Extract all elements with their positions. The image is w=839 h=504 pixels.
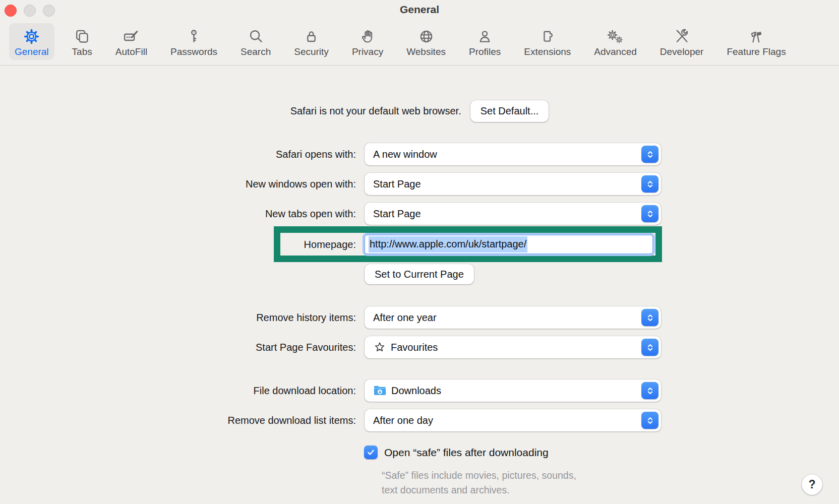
- safari-settings-window: General General Tabs: [0, 0, 839, 504]
- tab-feature-flags[interactable]: Feature Flags: [721, 23, 791, 60]
- checkmark-icon: [366, 448, 376, 457]
- tab-passwords[interactable]: Passwords: [165, 23, 223, 60]
- stepper-icon: [641, 339, 658, 356]
- selected-value: Start Page: [373, 208, 421, 220]
- remove-download-list-items-row: Remove download list items: After one da…: [0, 409, 661, 431]
- stepper-icon: [641, 146, 658, 163]
- general-pane: Safari is not your default web browser. …: [0, 75, 839, 504]
- setting-label: New windows open with:: [0, 178, 365, 190]
- tab-label: Passwords: [170, 46, 217, 57]
- setting-label: Remove history items:: [0, 312, 365, 324]
- setting-label: Safari opens with:: [0, 149, 365, 160]
- setting-label: Homepage:: [0, 239, 365, 250]
- selected-url-text: http://www.apple.com/uk/startpage/: [369, 236, 527, 253]
- default-browser-row: Safari is not your default web browser. …: [0, 100, 839, 122]
- tab-developer[interactable]: Developer: [654, 23, 709, 60]
- window-title: General: [0, 4, 839, 16]
- tab-tabs[interactable]: Tabs: [67, 23, 98, 60]
- open-safe-files-checkbox[interactable]: [364, 446, 378, 459]
- magnifier-icon: [248, 27, 264, 45]
- new-windows-open-with-select[interactable]: Start Page: [365, 173, 661, 195]
- lock-icon: [303, 27, 320, 45]
- description-line: “Safe” files include movies, pictures, s…: [382, 468, 576, 483]
- selected-value: After one day: [373, 415, 433, 426]
- setting-label: File download location:: [0, 385, 365, 397]
- file-download-location-row: File download location: Downloads: [0, 380, 661, 402]
- stepper-icon: [641, 382, 658, 399]
- stepper-icon: [641, 205, 658, 222]
- tab-label: Websites: [406, 46, 446, 57]
- tab-label: Developer: [660, 46, 704, 57]
- description-line: text documents and archives.: [382, 483, 576, 497]
- selected-value: Downloads: [391, 385, 441, 397]
- new-tabs-open-with-row: New tabs open with: Start Page: [0, 203, 661, 225]
- remove-download-list-items-select[interactable]: After one day: [365, 409, 661, 431]
- start-page-favourites-select[interactable]: Favourites: [365, 336, 661, 358]
- selected-value: Favourites: [391, 342, 438, 353]
- gear-icon: [23, 27, 40, 45]
- remove-history-items-row: Remove history items: After one year: [0, 306, 661, 329]
- star-icon: [373, 341, 386, 354]
- tab-label: Security: [294, 46, 329, 57]
- tab-autofill[interactable]: AutoFill: [110, 23, 153, 60]
- tab-label: General: [15, 46, 49, 57]
- start-page-favourites-row: Start Page Favourites: Favourites: [0, 336, 661, 358]
- tab-label: Feature Flags: [727, 46, 786, 57]
- titlebar: General: [0, 0, 839, 21]
- downloads-folder-icon: [373, 385, 387, 396]
- flags-icon: [747, 27, 765, 45]
- selected-value: After one year: [373, 312, 437, 324]
- tools-icon: [674, 27, 690, 45]
- puzzle-icon: [539, 27, 556, 45]
- set-to-current-page-button[interactable]: Set to Current Page: [365, 264, 474, 284]
- stepper-icon: [641, 309, 658, 326]
- homepage-input[interactable]: http://www.apple.com/uk/startpage/: [365, 235, 653, 254]
- new-windows-open-with-row: New windows open with: Start Page: [0, 173, 661, 195]
- tab-search[interactable]: Search: [235, 23, 276, 60]
- remove-history-items-select[interactable]: After one year: [365, 306, 661, 329]
- globe-icon: [418, 27, 435, 45]
- default-browser-status: Safari is not your default web browser.: [290, 105, 461, 117]
- tab-security[interactable]: Security: [288, 23, 334, 60]
- tab-websites[interactable]: Websites: [401, 23, 451, 60]
- tab-profiles[interactable]: Profiles: [463, 23, 506, 60]
- new-tabs-open-with-select[interactable]: Start Page: [365, 203, 661, 225]
- tab-general[interactable]: General: [9, 23, 54, 60]
- stepper-icon: [641, 412, 658, 429]
- tab-privacy[interactable]: Privacy: [346, 23, 389, 60]
- safari-opens-with-row: Safari opens with: A new window: [0, 143, 661, 165]
- tab-advanced[interactable]: Advanced: [588, 23, 642, 60]
- homepage-row: Homepage: http://www.apple.com/uk/startp…: [0, 235, 653, 254]
- stepper-icon: [641, 175, 658, 193]
- tab-label: AutoFill: [115, 46, 147, 57]
- open-safe-files-label: Open “safe” files after downloading: [384, 447, 549, 459]
- tab-label: Profiles: [469, 46, 501, 57]
- settings-toolbar: General Tabs: [0, 21, 839, 66]
- open-safe-files-row: Open “safe” files after downloading: [364, 446, 549, 459]
- hand-icon: [359, 27, 376, 45]
- tab-label: Tabs: [72, 46, 92, 57]
- selected-value: Start Page: [373, 178, 421, 190]
- tab-label: Search: [241, 46, 271, 57]
- gears-icon: [607, 27, 625, 45]
- setting-label: Remove download list items:: [0, 415, 365, 426]
- safari-opens-with-select[interactable]: A new window: [365, 143, 661, 165]
- person-icon: [476, 27, 493, 45]
- tab-extensions[interactable]: Extensions: [518, 23, 576, 60]
- key-icon: [186, 27, 202, 45]
- tab-label: Advanced: [594, 46, 637, 57]
- help-button[interactable]: ?: [802, 474, 822, 495]
- selected-value: A new window: [373, 149, 437, 160]
- setting-label: New tabs open with:: [0, 208, 365, 220]
- set-default-button[interactable]: Set Default...: [470, 100, 549, 122]
- tab-label: Extensions: [524, 46, 571, 57]
- autofill-icon: [123, 27, 140, 45]
- file-download-location-select[interactable]: Downloads: [365, 380, 661, 402]
- safe-files-description: “Safe” files include movies, pictures, s…: [382, 468, 576, 497]
- setting-label: Start Page Favourites:: [0, 342, 365, 353]
- tabs-icon: [74, 27, 90, 45]
- tab-label: Privacy: [352, 46, 383, 57]
